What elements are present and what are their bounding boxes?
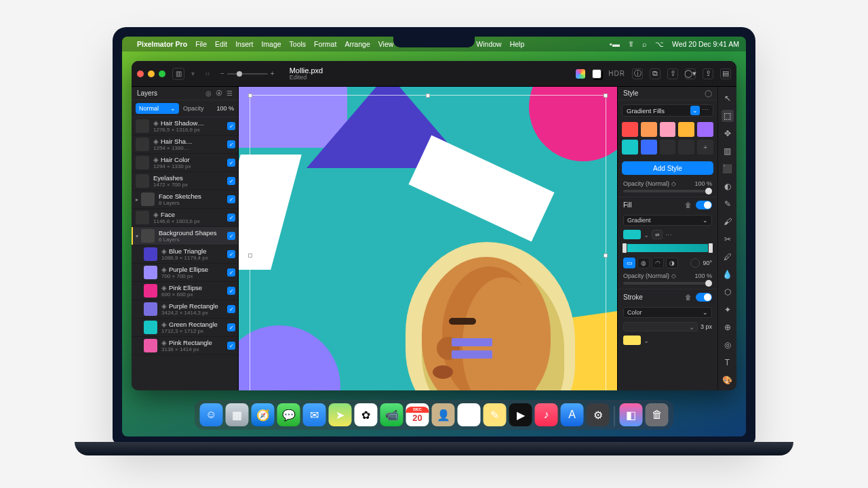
layer-visibility-checkbox[interactable]: ✓ <box>227 305 235 313</box>
disclosure-icon[interactable]: ▸ <box>136 197 138 203</box>
export-icon[interactable]: ⇧ <box>667 68 678 79</box>
layer-row[interactable]: ◈Hair Color1294 × 1330 px✓ <box>132 154 238 172</box>
dock-pixelmator-icon[interactable]: ◧ <box>620 403 643 426</box>
menubar-clock[interactable]: Wed 20 Dec 9:41 AM <box>672 40 739 48</box>
menu-arrange[interactable]: Arrange <box>344 40 370 48</box>
menu-help[interactable]: Help <box>510 40 525 48</box>
layers-filter-icon[interactable]: ◎ <box>205 89 212 97</box>
menu-insert[interactable]: Insert <box>235 40 253 48</box>
dock-contacts-icon[interactable]: 👤 <box>432 403 455 426</box>
tool-button[interactable]: ⬛ <box>722 163 734 175</box>
dock-finder-icon[interactable]: ☺ <box>200 403 223 426</box>
tool-button[interactable]: ⬚ <box>722 110 734 122</box>
layer-visibility-checkbox[interactable]: ✓ <box>227 232 235 240</box>
layers-menu-icon[interactable]: ☰ <box>226 89 233 97</box>
layer-row[interactable]: ◈Pink Ellipse600 × 600 px✓ <box>132 282 238 300</box>
menubar-app-name[interactable]: Pixelmator Pro <box>137 40 187 48</box>
stroke-color-swatch[interactable] <box>623 336 641 345</box>
fill-opacity-slider[interactable] <box>623 282 712 285</box>
gradient-stop[interactable] <box>708 243 713 253</box>
layer-row[interactable]: ◈Purple Ellipse700 × 700 px✓ <box>132 264 238 282</box>
tool-button[interactable]: 🖌 <box>722 216 734 228</box>
tool-button[interactable]: ▥ <box>722 145 734 157</box>
layer-row[interactable]: Eyelashes1472 × 700 px✓ <box>132 172 238 190</box>
preset-swatch[interactable] <box>678 122 694 137</box>
menu-edit[interactable]: Edit <box>215 40 227 48</box>
resize-handle[interactable] <box>426 94 430 98</box>
tool-button[interactable]: ◎ <box>722 339 734 351</box>
resize-handle[interactable] <box>604 94 608 98</box>
dock-calendar-icon[interactable]: DEC20 <box>406 403 429 426</box>
stroke-width-value[interactable]: 3 px <box>701 323 712 330</box>
fill-color-swatch[interactable] <box>623 230 641 239</box>
layer-visibility-checkbox[interactable]: ✓ <box>227 323 235 331</box>
tool-button[interactable]: 🎨 <box>722 374 734 386</box>
foreground-background-icon[interactable] <box>592 69 601 79</box>
menu-file[interactable]: File <box>195 40 207 48</box>
stroke-width-slider[interactable]: ⌄ <box>623 322 698 331</box>
stroke-delete-icon[interactable]: 🗑 <box>685 293 692 301</box>
stroke-toggle[interactable] <box>696 293 712 302</box>
layer-row[interactable]: ◈Pink Rectangle3138 × 1414 px✓ <box>132 337 238 355</box>
add-style-button[interactable]: Add Style <box>622 161 713 175</box>
dock-photos-icon[interactable]: ✿ <box>355 403 378 426</box>
layer-visibility-checkbox[interactable]: ✓ <box>227 195 235 203</box>
preset-swatch[interactable] <box>641 140 657 155</box>
color-picker-icon[interactable] <box>576 69 585 79</box>
preset-swatch[interactable] <box>641 122 657 137</box>
dock-appstore-icon[interactable]: A <box>561 403 584 426</box>
dock-music-icon[interactable]: ♪ <box>535 403 558 426</box>
dock-messages-icon[interactable]: 💬 <box>277 403 300 426</box>
layer-row[interactable]: ◈Purple Rectangle3424,2 × 1414,3 px✓ <box>132 300 238 319</box>
sidebar-toggle-icon[interactable]: ▥ <box>172 68 184 80</box>
gradient-stop[interactable] <box>622 243 627 253</box>
layer-visibility-checkbox[interactable]: ✓ <box>227 159 235 167</box>
dock-mail-icon[interactable]: ✉ <box>303 403 326 426</box>
tool-button[interactable]: ✎ <box>722 198 734 210</box>
document-canvas[interactable] <box>239 87 617 390</box>
zoom-button[interactable] <box>159 70 165 77</box>
layer-visibility-checkbox[interactable]: ✓ <box>227 342 235 350</box>
style-panel-menu-icon[interactable]: ◯ <box>705 89 712 97</box>
dock-tv-icon[interactable]: ▶ <box>509 403 532 426</box>
tool-button[interactable]: 🖊 <box>722 251 734 263</box>
tool-button[interactable]: T <box>722 357 734 369</box>
layer-row[interactable]: ◈Green Rectangle1712,3 × 1712 px✓ <box>132 319 238 337</box>
blend-mode-select[interactable]: Normal⌄ <box>136 103 179 114</box>
zoom-slider[interactable]: −+ <box>220 70 275 77</box>
tool-button[interactable]: ⊕ <box>722 321 734 333</box>
layer-row[interactable]: ◈Face1146,6 × 1803,6 px✓ <box>132 209 238 227</box>
preset-swatch[interactable] <box>697 122 713 137</box>
menu-window[interactable]: Window <box>476 40 501 48</box>
tool-button[interactable]: ✦ <box>722 304 734 316</box>
gradient-linear-icon[interactable]: ▭ <box>623 258 635 268</box>
tool-button[interactable]: ◐ <box>722 180 734 192</box>
stroke-type-select[interactable]: Color⌄ <box>623 307 712 318</box>
layer-row[interactable]: ◈Hair Sha…1254 × 1380…✓ <box>132 136 238 154</box>
gradient-angle-value[interactable]: 90° <box>703 260 712 266</box>
person-crop-icon[interactable]: ⧉ <box>650 68 660 79</box>
layer-visibility-checkbox[interactable]: ✓ <box>227 122 235 130</box>
layer-visibility-checkbox[interactable]: ✓ <box>227 140 235 148</box>
layer-row[interactable]: ◈Blue Triangle1086,9 × 1179,4 px✓ <box>132 245 238 264</box>
layer-row[interactable]: ▸Face Sketches8 Layers✓ <box>132 190 238 209</box>
close-button[interactable] <box>137 70 144 77</box>
dock-maps-icon[interactable]: ➤ <box>329 403 352 426</box>
dock-notes-icon[interactable]: ✎ <box>484 403 507 426</box>
gradient-angle-icon[interactable]: ◠ <box>652 258 664 268</box>
nav-back-icon[interactable]: ‹› <box>201 68 214 80</box>
style-opacity-label[interactable]: Opacity (Normal) ◇ <box>623 180 676 187</box>
dock-reminders-icon[interactable]: ☑ <box>458 403 481 426</box>
hdr-toggle[interactable]: HDR <box>608 70 625 77</box>
ellipse-menu-icon[interactable]: ◯▾ <box>685 68 696 79</box>
preset-swatch[interactable] <box>622 140 638 155</box>
layer-row[interactable]: ◈Hair Shadow…1276,5 × 1316,9 px✓ <box>132 117 238 136</box>
style-opacity-slider[interactable] <box>623 190 712 192</box>
layers-tag-icon[interactable]: ⦿ <box>216 89 222 97</box>
canvas-area[interactable] <box>239 87 617 390</box>
resize-handle[interactable] <box>248 94 252 98</box>
layer-visibility-checkbox[interactable]: ✓ <box>227 177 235 185</box>
gradient-editor[interactable] <box>623 244 712 252</box>
tool-button[interactable]: ↖ <box>722 92 734 104</box>
control-center-icon[interactable]: ⌥ <box>655 40 664 49</box>
